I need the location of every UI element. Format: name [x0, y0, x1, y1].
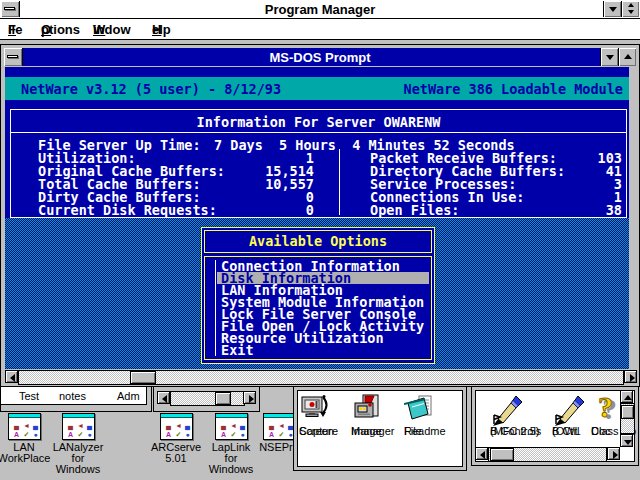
program-item-screen-capture[interactable]: ScreenCapture	[299, 393, 351, 425]
menu-help[interactable]: Help	[152, 22, 171, 37]
group-icon-glyph: ✓	[22, 430, 31, 439]
maximize-button[interactable]	[618, 48, 636, 66]
group-icon-label: LANalyzerforWindows	[41, 442, 115, 475]
netware-version: NetWare v3.12 (5 user) - 8/12/93	[21, 81, 281, 97]
program-item-label: (OWL	[552, 425, 581, 437]
arrow-left-icon	[162, 395, 167, 403]
restore-down-icon	[628, 10, 634, 14]
program-item-image-manager[interactable]: ImageManager	[351, 393, 403, 425]
window-title: MS-DOS Prompt	[4, 50, 636, 65]
minimize-button[interactable]	[603, 1, 621, 17]
group-icon-nsepro[interactable]: ▄◄▄A✓●NSEPro	[263, 413, 296, 480]
scroll-left-button[interactable]	[475, 447, 488, 460]
group-icon-glyph: ●	[31, 430, 40, 439]
scrollbar-thumb[interactable]	[621, 405, 634, 419]
program-item-label: Doc	[591, 425, 611, 437]
scroll-right-button[interactable]	[624, 370, 637, 383]
program-item-b-controls-mfc-2-5[interactable]: B Controls(MFC 2.5)	[490, 393, 552, 425]
program-group-icon: ▄◄▄A✓●	[263, 413, 296, 440]
group-icon-glyph: A	[219, 430, 228, 439]
dos-horizontal-scrollbar[interactable]	[5, 370, 637, 385]
maximize-icon	[624, 54, 632, 59]
scrollbar-thumb[interactable]	[130, 371, 156, 384]
msdos-prompt-window[interactable]: MS-DOS Prompt NetWare v3.12 (5 user) - 8…	[0, 44, 640, 387]
hscroll-track[interactable]	[18, 370, 624, 385]
group-icon-glyph: ✓	[277, 430, 286, 439]
icon-label-test[interactable]: Test	[19, 390, 39, 402]
available-options-list: Connection InformationDisk InformationLA…	[204, 256, 432, 360]
netware-monitor-screen: NetWare v3.12 (5 user) - 8/12/93 NetWare…	[5, 67, 629, 369]
group-icon-glyph: ✓	[229, 430, 238, 439]
group-icon-glyph: ◄	[76, 421, 85, 430]
group-icon-glyph: ◄	[22, 421, 31, 430]
group-window-fragment-left[interactable]: TestnotesAdm	[0, 386, 152, 412]
vscroll-track[interactable]	[620, 403, 635, 434]
menu-bar: FileOptionsWindowHelp	[0, 19, 640, 40]
scrollbar-thumb[interactable]	[215, 392, 231, 405]
group-icon-arcserve-5-01[interactable]: ▄◄▄A✓●ARCserve5.01	[160, 413, 193, 480]
program-item-label: Capture	[299, 425, 338, 437]
minimize-button[interactable]	[600, 48, 618, 66]
desktop: Program Manager FileOptionsWindowHelp Te…	[0, 0, 640, 480]
group-window-client: ScreenCaptureImageManagerReadmeFile	[297, 390, 463, 467]
group-icon-lanalyzer-for-windows[interactable]: ▄◄▄A✓●LANalyzerforWindows	[62, 413, 95, 480]
menu-options[interactable]: Options	[41, 22, 80, 37]
msdos-titlebar: MS-DOS Prompt	[4, 48, 636, 66]
icon-label-notes[interactable]: notes	[59, 390, 86, 402]
program-item-readme-file[interactable]: ReadmeFile	[404, 393, 456, 425]
scroll-right-button[interactable]	[607, 447, 620, 460]
menu-underline: F	[8, 22, 16, 37]
stat-value-current-disk-requests: 0	[38, 202, 314, 218]
group-icon-titlebar	[161, 414, 192, 418]
window-title: Program Manager	[0, 2, 640, 17]
group-icon-lan-workplace[interactable]: ▄◄▄A✓●LANWorkPlace	[8, 413, 41, 480]
hscroll-track[interactable]	[488, 447, 607, 462]
panel-divider	[11, 132, 626, 133]
group-icon-glyph: ✓	[76, 430, 85, 439]
scroll-up-button[interactable]	[620, 390, 633, 403]
program-manager-titlebar: Program Manager	[0, 0, 640, 19]
program-item-label: (MFC 2.5)	[490, 425, 540, 437]
group-icon-glyph: ▄	[12, 421, 21, 430]
group-window-borland[interactable]: B Controls(MFC 2.5)B Ctrl(OWL??Class Lib…	[471, 386, 639, 466]
option-exit[interactable]: Exit	[217, 344, 429, 356]
menu-file[interactable]: File	[8, 22, 22, 37]
program-group-icon: ▄◄▄A✓●	[160, 413, 193, 440]
arrow-left-icon	[10, 374, 15, 382]
scroll-left-button[interactable]	[5, 370, 18, 383]
group-icon-glyph: ▄	[31, 421, 40, 430]
screen-capture-icon	[299, 393, 351, 425]
scroll-down-button[interactable]	[620, 434, 633, 447]
program-group-icon: ▄◄▄A✓●	[62, 413, 95, 440]
vertical-scrollbar[interactable]	[620, 390, 635, 448]
pen-icon	[552, 393, 596, 425]
group-icon-glyph: ◄	[229, 421, 238, 430]
program-item-label: File	[404, 425, 422, 437]
restore-up-icon	[628, 3, 634, 7]
minimize-icon	[606, 55, 614, 60]
program-group-icon: ▄◄▄A✓●	[215, 413, 248, 440]
scroll-left-button[interactable]	[157, 391, 170, 404]
group-window-fragment-scrollbar[interactable]	[153, 386, 260, 412]
program-item-b-ctrl-owl[interactable]: B Ctrl(OWL	[552, 393, 596, 425]
arrow-down-icon	[624, 440, 632, 445]
scrollbar-thumb[interactable]	[490, 448, 514, 461]
arrow-right-icon	[249, 395, 254, 403]
group-window-utilities[interactable]: ScreenCaptureImageManagerReadmeFile	[293, 386, 467, 471]
group-icon-glyph: ◄	[277, 421, 286, 430]
horizontal-scrollbar[interactable]	[475, 447, 620, 462]
group-icon-glyph: A	[164, 430, 173, 439]
group-window-client: TestnotesAdm	[1, 387, 147, 405]
netware-background-pattern: Available Options Connection Information…	[5, 218, 629, 369]
menu-underline: W	[93, 22, 105, 37]
group-icon-glyph: ▄	[85, 421, 94, 430]
program-item-label: Manager	[351, 425, 394, 437]
icon-label-adm[interactable]: Adm	[117, 390, 140, 402]
group-icon-titlebar	[63, 414, 94, 418]
horizontal-scrollbar[interactable]	[170, 391, 245, 406]
restore-button[interactable]	[621, 1, 639, 17]
panel-column-divider	[339, 149, 340, 215]
program-group-icon: ▄◄▄A✓●	[8, 413, 41, 440]
scroll-right-button[interactable]	[243, 391, 256, 404]
menu-window[interactable]: Window	[93, 22, 131, 37]
